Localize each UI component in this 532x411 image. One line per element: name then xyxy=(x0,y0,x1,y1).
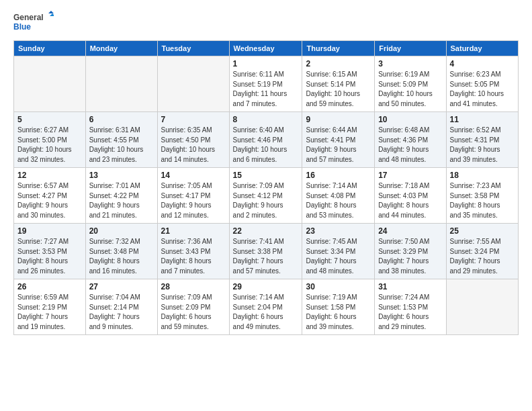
day-number: 12 xyxy=(17,171,82,180)
calendar-page: General Blue SundayMondayTuesdayWednesda… xyxy=(0,0,532,346)
day-number: 10 xyxy=(378,115,442,124)
day-number: 29 xyxy=(233,282,299,291)
day-number: 26 xyxy=(17,282,82,291)
day-detail: Sunrise: 7:24 AM Sunset: 1:53 PM Dayligh… xyxy=(378,293,442,332)
day-number: 28 xyxy=(161,282,226,291)
day-detail: Sunrise: 6:35 AM Sunset: 4:50 PM Dayligh… xyxy=(161,126,226,165)
calendar-cell: 16Sunrise: 7:14 AM Sunset: 4:08 PM Dayli… xyxy=(302,168,375,224)
calendar-cell: 24Sunrise: 7:50 AM Sunset: 3:29 PM Dayli… xyxy=(375,224,446,279)
day-number: 8 xyxy=(233,115,299,124)
calendar-cell: 4Sunrise: 6:23 AM Sunset: 5:05 PM Daylig… xyxy=(446,56,518,112)
day-number: 6 xyxy=(89,115,154,124)
day-number: 2 xyxy=(306,59,371,68)
week-row-3: 12Sunrise: 6:57 AM Sunset: 4:27 PM Dayli… xyxy=(14,168,519,224)
svg-text:Blue: Blue xyxy=(13,22,31,32)
calendar-cell: 8Sunrise: 6:40 AM Sunset: 4:46 PM Daylig… xyxy=(229,112,302,168)
day-detail: Sunrise: 6:11 AM Sunset: 5:19 PM Dayligh… xyxy=(233,70,299,109)
weekday-header-sunday: Sunday xyxy=(14,41,86,56)
day-detail: Sunrise: 6:27 AM Sunset: 5:00 PM Dayligh… xyxy=(17,126,82,165)
svg-marker-2 xyxy=(48,11,54,13)
calendar-cell xyxy=(14,56,86,112)
day-detail: Sunrise: 7:18 AM Sunset: 4:03 PM Dayligh… xyxy=(378,181,442,220)
weekday-header-saturday: Saturday xyxy=(446,41,518,56)
day-detail: Sunrise: 7:23 AM Sunset: 3:58 PM Dayligh… xyxy=(450,181,515,220)
calendar-cell xyxy=(85,56,157,112)
day-number: 22 xyxy=(233,226,299,236)
day-detail: Sunrise: 6:52 AM Sunset: 4:31 PM Dayligh… xyxy=(450,126,515,165)
day-detail: Sunrise: 6:59 AM Sunset: 2:19 PM Dayligh… xyxy=(17,293,82,332)
day-detail: Sunrise: 7:05 AM Sunset: 4:17 PM Dayligh… xyxy=(161,181,226,220)
day-number: 5 xyxy=(17,115,82,124)
calendar-cell: 18Sunrise: 7:23 AM Sunset: 3:58 PM Dayli… xyxy=(446,168,518,224)
day-number: 30 xyxy=(306,282,371,291)
calendar-cell: 25Sunrise: 7:55 AM Sunset: 3:24 PM Dayli… xyxy=(446,224,518,279)
day-detail: Sunrise: 7:27 AM Sunset: 3:53 PM Dayligh… xyxy=(17,237,82,276)
day-number: 13 xyxy=(89,171,154,180)
day-number: 15 xyxy=(233,171,299,180)
week-row-1: 1Sunrise: 6:11 AM Sunset: 5:19 PM Daylig… xyxy=(14,56,519,112)
day-number: 17 xyxy=(378,171,442,180)
calendar-table: SundayMondayTuesdayWednesdayThursdayFrid… xyxy=(13,40,519,335)
calendar-cell: 23Sunrise: 7:45 AM Sunset: 3:34 PM Dayli… xyxy=(302,224,375,279)
day-detail: Sunrise: 6:40 AM Sunset: 4:46 PM Dayligh… xyxy=(233,126,299,165)
day-detail: Sunrise: 6:31 AM Sunset: 4:55 PM Dayligh… xyxy=(89,126,154,165)
day-number: 24 xyxy=(378,226,442,236)
weekday-header-tuesday: Tuesday xyxy=(157,41,229,56)
day-number: 11 xyxy=(450,115,515,124)
day-detail: Sunrise: 7:55 AM Sunset: 3:24 PM Dayligh… xyxy=(450,237,515,276)
calendar-cell: 10Sunrise: 6:48 AM Sunset: 4:36 PM Dayli… xyxy=(375,112,446,168)
day-detail: Sunrise: 6:44 AM Sunset: 4:41 PM Dayligh… xyxy=(306,126,371,165)
day-number: 19 xyxy=(17,226,82,236)
calendar-cell xyxy=(446,279,518,335)
calendar-cell: 15Sunrise: 7:09 AM Sunset: 4:12 PM Dayli… xyxy=(229,168,302,224)
day-detail: Sunrise: 6:48 AM Sunset: 4:36 PM Dayligh… xyxy=(378,126,442,165)
day-number: 31 xyxy=(378,282,442,291)
weekday-header-friday: Friday xyxy=(375,41,446,56)
day-detail: Sunrise: 6:57 AM Sunset: 4:27 PM Dayligh… xyxy=(17,181,82,220)
calendar-cell: 2Sunrise: 6:15 AM Sunset: 5:14 PM Daylig… xyxy=(302,56,375,112)
day-number: 1 xyxy=(233,59,299,68)
day-detail: Sunrise: 7:36 AM Sunset: 3:43 PM Dayligh… xyxy=(161,237,226,276)
calendar-cell: 28Sunrise: 7:09 AM Sunset: 2:09 PM Dayli… xyxy=(157,279,229,335)
calendar-cell: 26Sunrise: 6:59 AM Sunset: 2:19 PM Dayli… xyxy=(14,279,86,335)
day-detail: Sunrise: 7:50 AM Sunset: 3:29 PM Dayligh… xyxy=(378,237,442,276)
day-number: 21 xyxy=(161,226,226,236)
weekday-header-wednesday: Wednesday xyxy=(229,41,302,56)
weekday-header-thursday: Thursday xyxy=(302,41,375,56)
calendar-cell: 21Sunrise: 7:36 AM Sunset: 3:43 PM Dayli… xyxy=(157,224,229,279)
calendar-cell: 11Sunrise: 6:52 AM Sunset: 4:31 PM Dayli… xyxy=(446,112,518,168)
logo: General Blue xyxy=(13,11,54,35)
week-row-5: 26Sunrise: 6:59 AM Sunset: 2:19 PM Dayli… xyxy=(14,279,519,335)
day-number: 4 xyxy=(450,59,515,68)
day-detail: Sunrise: 7:01 AM Sunset: 4:22 PM Dayligh… xyxy=(89,181,154,220)
day-detail: Sunrise: 7:45 AM Sunset: 3:34 PM Dayligh… xyxy=(306,237,371,276)
day-detail: Sunrise: 7:19 AM Sunset: 1:58 PM Dayligh… xyxy=(306,293,371,332)
calendar-cell: 14Sunrise: 7:05 AM Sunset: 4:17 PM Dayli… xyxy=(157,168,229,224)
day-detail: Sunrise: 7:41 AM Sunset: 3:38 PM Dayligh… xyxy=(233,237,299,276)
week-row-2: 5Sunrise: 6:27 AM Sunset: 5:00 PM Daylig… xyxy=(14,112,519,168)
weekday-header-monday: Monday xyxy=(85,41,157,56)
day-number: 7 xyxy=(161,115,226,124)
day-detail: Sunrise: 7:14 AM Sunset: 2:04 PM Dayligh… xyxy=(233,293,299,332)
calendar-cell: 29Sunrise: 7:14 AM Sunset: 2:04 PM Dayli… xyxy=(229,279,302,335)
calendar-cell: 13Sunrise: 7:01 AM Sunset: 4:22 PM Dayli… xyxy=(85,168,157,224)
svg-marker-3 xyxy=(50,13,54,16)
day-detail: Sunrise: 7:32 AM Sunset: 3:48 PM Dayligh… xyxy=(89,237,154,276)
calendar-cell: 9Sunrise: 6:44 AM Sunset: 4:41 PM Daylig… xyxy=(302,112,375,168)
calendar-cell: 31Sunrise: 7:24 AM Sunset: 1:53 PM Dayli… xyxy=(375,279,446,335)
day-detail: Sunrise: 6:23 AM Sunset: 5:05 PM Dayligh… xyxy=(450,70,515,109)
day-detail: Sunrise: 7:09 AM Sunset: 4:12 PM Dayligh… xyxy=(233,181,299,220)
week-row-4: 19Sunrise: 7:27 AM Sunset: 3:53 PM Dayli… xyxy=(14,224,519,279)
calendar-cell: 19Sunrise: 7:27 AM Sunset: 3:53 PM Dayli… xyxy=(14,224,86,279)
calendar-cell: 3Sunrise: 6:19 AM Sunset: 5:09 PM Daylig… xyxy=(375,56,446,112)
calendar-cell: 7Sunrise: 6:35 AM Sunset: 4:50 PM Daylig… xyxy=(157,112,229,168)
day-number: 16 xyxy=(306,171,371,180)
day-number: 27 xyxy=(89,282,154,291)
calendar-cell: 30Sunrise: 7:19 AM Sunset: 1:58 PM Dayli… xyxy=(302,279,375,335)
day-number: 23 xyxy=(306,226,371,236)
calendar-cell: 5Sunrise: 6:27 AM Sunset: 5:00 PM Daylig… xyxy=(14,112,86,168)
day-detail: Sunrise: 6:15 AM Sunset: 5:14 PM Dayligh… xyxy=(306,70,371,109)
svg-text:General: General xyxy=(13,13,44,22)
calendar-cell: 22Sunrise: 7:41 AM Sunset: 3:38 PM Dayli… xyxy=(229,224,302,279)
day-number: 25 xyxy=(450,226,515,236)
